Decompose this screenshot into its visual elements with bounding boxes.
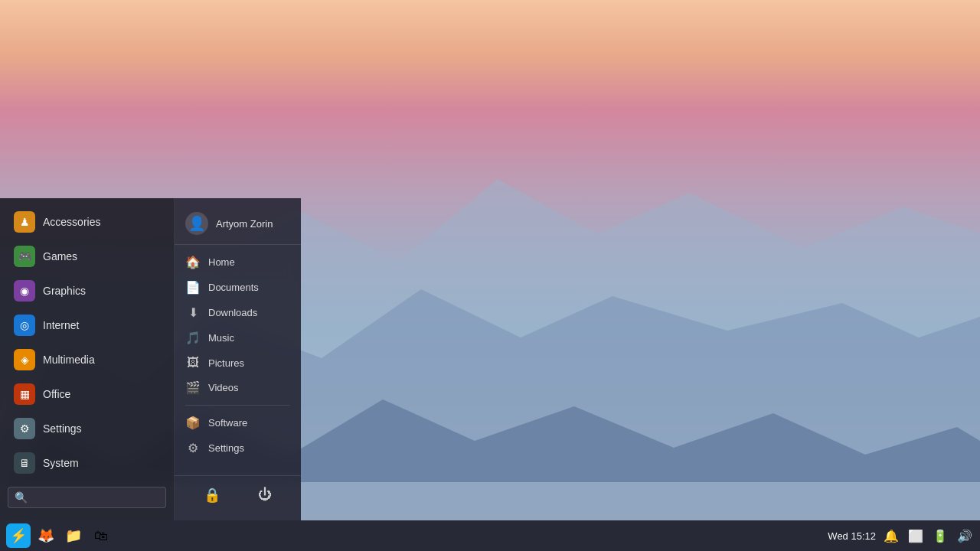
- category-label: System: [43, 457, 79, 469]
- right-item-label: Documents: [208, 282, 259, 293]
- taskbar: ⚡🦊📁🛍 Wed 15:12🔔⬜🔋🔊: [0, 520, 980, 551]
- battery-icon[interactable]: 🔋: [931, 527, 949, 545]
- category-item-office[interactable]: ▦ Office: [5, 377, 169, 411]
- volume-icon[interactable]: 🔊: [956, 527, 974, 545]
- right-item-label: Videos: [208, 382, 239, 393]
- category-label: Graphics: [43, 285, 86, 297]
- category-item-settings[interactable]: ⚙ Settings: [5, 412, 169, 445]
- category-label: Internet: [43, 319, 79, 331]
- category-label: Office: [43, 388, 70, 400]
- battery-icon-symbol: 🔋: [933, 529, 948, 543]
- music-icon: 🎵: [185, 331, 201, 345]
- software-icon: 📦: [185, 416, 201, 430]
- divider: [185, 405, 290, 406]
- bottom-item-label: Software: [208, 417, 247, 429]
- settings-icon: ⚙: [14, 418, 35, 439]
- user-profile[interactable]: 👤 Artyom Zorin: [175, 204, 301, 245]
- category-panel: ♟ Accessories 🎮 Games ◉ Graphics ◎ Inter…: [0, 198, 175, 520]
- software-store-icon-symbol: 🛍: [94, 528, 108, 544]
- power-icon: ⏻: [258, 487, 272, 502]
- right-item-label: Music: [208, 332, 234, 344]
- bottom-item-software[interactable]: 📦 Software: [175, 410, 301, 435]
- home-icon: 🏠: [185, 255, 201, 269]
- category-item-graphics[interactable]: ◉ Graphics: [5, 274, 169, 308]
- power-button[interactable]: ⏻: [252, 484, 278, 507]
- search-area: 🔍: [0, 481, 174, 514]
- multitask-icon-symbol: ⬜: [908, 529, 923, 543]
- avatar: 👤: [185, 212, 208, 235]
- games-icon: 🎮: [14, 246, 35, 267]
- notifications-icon[interactable]: 🔔: [882, 527, 900, 545]
- zorin-menu-icon[interactable]: ⚡: [6, 523, 31, 548]
- graphics-icon: ◉: [14, 280, 35, 302]
- videos-icon: 🎬: [185, 380, 201, 395]
- right-item-label: Home: [208, 256, 235, 268]
- internet-icon: ◎: [14, 315, 35, 336]
- volume-icon-symbol: 🔊: [957, 529, 972, 543]
- category-item-multimedia[interactable]: ◈ Multimedia: [5, 343, 169, 377]
- zorin-menu-icon-symbol: ⚡: [10, 527, 27, 544]
- bottom-item-settings[interactable]: ⚙ Settings: [175, 435, 301, 461]
- category-item-games[interactable]: 🎮 Games: [5, 240, 169, 273]
- categories-list: ♟ Accessories 🎮 Games ◉ Graphics ◎ Inter…: [0, 204, 174, 481]
- search-icon: 🔍: [15, 491, 28, 504]
- right-item-pictures[interactable]: 🖼 Pictures: [175, 350, 301, 375]
- pictures-icon: 🖼: [185, 356, 201, 370]
- right-item-label: Downloads: [208, 307, 257, 318]
- right-item-videos[interactable]: 🎬 Videos: [175, 375, 301, 400]
- category-item-accessories[interactable]: ♟ Accessories: [5, 205, 169, 239]
- search-wrapper: 🔍: [8, 487, 166, 508]
- firefox-icon[interactable]: 🦊: [34, 523, 58, 548]
- user-name: Artyom Zorin: [216, 218, 273, 230]
- category-item-system[interactable]: 🖥 System: [5, 446, 169, 480]
- taskbar-system: Wed 15:12🔔⬜🔋🔊: [828, 527, 974, 545]
- right-item-downloads[interactable]: ⬇ Downloads: [175, 300, 301, 325]
- multitask-icon[interactable]: ⬜: [906, 527, 925, 545]
- user-panel: 👤 Artyom Zorin 🏠 Home 📄 Documents ⬇ Down…: [175, 198, 301, 520]
- category-label: Settings: [43, 422, 82, 435]
- settings-icon: ⚙: [185, 441, 201, 455]
- firefox-icon-symbol: 🦊: [38, 527, 54, 544]
- taskbar-apps: ⚡🦊📁🛍: [6, 523, 113, 548]
- files-icon-symbol: 📁: [65, 527, 82, 544]
- search-input[interactable]: [32, 492, 159, 504]
- software-store-icon[interactable]: 🛍: [89, 523, 113, 548]
- category-label: Multimedia: [43, 354, 95, 366]
- accessories-icon: ♟: [14, 211, 35, 233]
- right-item-home[interactable]: 🏠 Home: [175, 249, 301, 275]
- app-menu: ♟ Accessories 🎮 Games ◉ Graphics ◎ Inter…: [0, 198, 301, 520]
- office-icon: ▦: [14, 383, 35, 405]
- system-icon: 🖥: [14, 452, 35, 474]
- category-item-internet[interactable]: ◎ Internet: [5, 308, 169, 342]
- right-item-documents[interactable]: 📄 Documents: [175, 275, 301, 300]
- system-items-list: 📦 Software ⚙ Settings: [175, 410, 301, 461]
- lock-button[interactable]: 🔒: [198, 484, 227, 507]
- notifications-icon-symbol: 🔔: [884, 529, 899, 543]
- right-item-label: Pictures: [208, 357, 244, 369]
- category-label: Games: [43, 250, 77, 262]
- bottom-item-label: Settings: [208, 442, 244, 454]
- files-icon[interactable]: 📁: [61, 523, 86, 548]
- documents-icon: 📄: [185, 280, 201, 295]
- lock-icon: 🔒: [204, 487, 220, 503]
- action-buttons: 🔒⏻: [175, 475, 301, 514]
- files-list: 🏠 Home 📄 Documents ⬇ Downloads 🎵 Music 🖼…: [175, 249, 301, 400]
- datetime: Wed 15:12: [828, 530, 876, 542]
- category-label: Accessories: [43, 216, 100, 228]
- right-item-music[interactable]: 🎵 Music: [175, 325, 301, 350]
- downloads-icon: ⬇: [185, 305, 201, 320]
- multimedia-icon: ◈: [14, 349, 35, 370]
